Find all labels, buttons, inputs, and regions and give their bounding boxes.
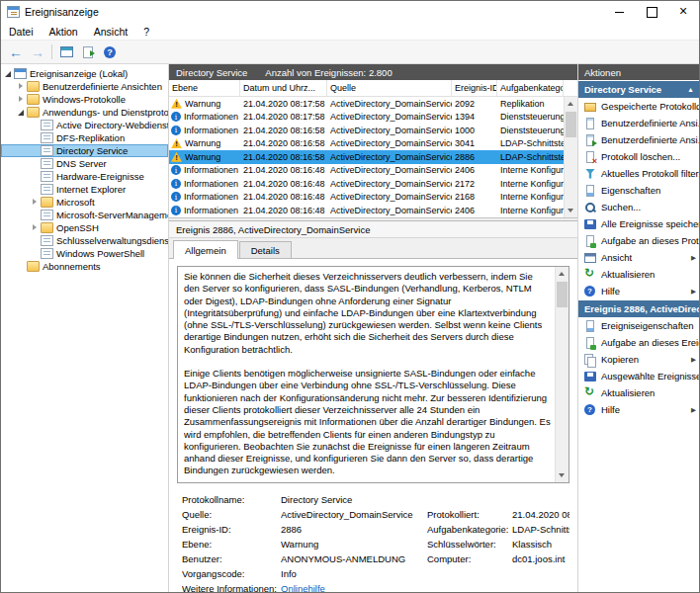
expander-icon[interactable]	[4, 69, 13, 78]
menu-datei[interactable]: Datei	[1, 26, 42, 38]
action-item[interactable]: Benutzerdefinierte Ansi... ▶	[578, 115, 699, 131]
tree-item[interactable]: Anwendungs- und Dienstprotokolle	[1, 106, 168, 119]
action-item[interactable]: Benutzerdefinierte Ansi... ▶	[578, 131, 699, 148]
action-item[interactable]: Aufgabe an dieses Ereig... ▶	[578, 334, 699, 351]
event-row[interactable]: Informationen 21.04.2020 08:16:48 Active…	[169, 191, 564, 205]
tree-item[interactable]: Directory Service	[1, 144, 168, 157]
minimize-button[interactable]	[604, 1, 636, 23]
scroll-up-button[interactable]	[556, 267, 569, 281]
event-row[interactable]: Warnung 21.04.2020 08:17:58 ActiveDirect…	[169, 97, 564, 111]
tree-item-icon	[41, 235, 53, 246]
tree-item[interactable]: Schlüsselverwaltungsdienst	[1, 234, 168, 247]
action-item[interactable]: Gespeicherte Protokolld... ▶	[578, 98, 699, 115]
maximize-button[interactable]	[636, 1, 667, 23]
action-item[interactable]: Hilfe ▶	[578, 401, 699, 418]
action-item[interactable]: Ansicht ▶	[578, 249, 699, 266]
action-item[interactable]: Kopieren ▶	[578, 351, 699, 368]
expander-icon[interactable]	[31, 121, 40, 129]
event-row[interactable]: Warnung 21.04.2020 08:16:58 ActiveDirect…	[169, 150, 564, 164]
tree-item[interactable]: Ereignisanzeige (Lokal)	[1, 67, 168, 80]
tree-item[interactable]: Windows PowerShell	[1, 247, 168, 260]
action-item[interactable]: Ereigniseigenschaften ▶	[578, 317, 699, 334]
menu-aktion[interactable]: Aktion	[42, 26, 86, 38]
expander-icon[interactable]	[31, 159, 40, 168]
help-button[interactable]	[99, 42, 121, 62]
event-date: 21.04.2020 08:16:58	[240, 138, 327, 148]
description-scrollbar[interactable]	[555, 267, 569, 482]
action-item[interactable]: Ausgewählte Ereignisse ... ▶	[578, 368, 699, 384]
scroll-thumb[interactable]	[566, 112, 576, 137]
expander-icon[interactable]	[17, 262, 26, 271]
scroll-down-button[interactable]	[556, 468, 569, 482]
expander-icon[interactable]	[31, 211, 40, 219]
event-row[interactable]: Warnung 21.04.2020 08:16:58 ActiveDirect…	[169, 137, 564, 151]
event-row[interactable]: Informationen 21.04.2020 08:16:58 Active…	[169, 124, 564, 137]
expander-icon[interactable]	[17, 82, 26, 91]
action-item[interactable]: Protokoll löschen... ▶	[578, 148, 699, 165]
tree-item[interactable]: OpenSSH	[1, 221, 168, 234]
menu-ansicht[interactable]: Ansicht	[86, 26, 135, 38]
event-row[interactable]: Informationen 21.04.2020 08:17:58 Active…	[169, 111, 564, 125]
action-item-label: Aufgabe an dieses Prot...	[601, 235, 699, 246]
action-item[interactable]: Aktuelles Protokoll filter... ▶	[578, 165, 699, 182]
actions-section-event-2886[interactable]: Ereignis 2886, ActiveDirector... ▲	[578, 300, 699, 317]
tree-item[interactable]: Microsoft	[1, 196, 168, 209]
expander-icon[interactable]	[31, 172, 40, 181]
column-datum[interactable]: Datum und Uhrz...	[240, 80, 327, 96]
action-item[interactable]: Suchen... ▶	[578, 199, 699, 215]
expander-icon[interactable]	[31, 198, 40, 207]
tree-item[interactable]: Microsoft-ServerManagementExp...	[1, 209, 168, 221]
column-aufgabenkategorie[interactable]: Aufgabenkategorie	[497, 80, 564, 96]
scroll-up-button[interactable]	[565, 97, 577, 111]
action-item[interactable]: Aktualisieren ▶	[578, 266, 699, 283]
action-item[interactable]: Aktualisieren ▶	[578, 384, 699, 401]
tree-item[interactable]: Hardware-Ereignisse	[1, 170, 168, 183]
event-row[interactable]: Informationen 21.04.2020 08:16:48 Active…	[169, 204, 564, 217]
tree-item[interactable]: DFS-Replikation	[1, 131, 168, 144]
scroll-down-button[interactable]	[565, 204, 577, 217]
event-level-icon	[171, 165, 181, 175]
action-item[interactable]: Eigenschaften ▶	[578, 182, 699, 199]
tree-item[interactable]: Internet Explorer	[1, 183, 168, 196]
expander-icon[interactable]	[31, 185, 40, 194]
action-item[interactable]: Hilfe ▶	[578, 283, 699, 299]
action-item[interactable]: Aufgabe an dieses Prot... ▶	[578, 232, 699, 249]
expander-icon[interactable]	[17, 95, 26, 104]
tree-item[interactable]: Abonnements	[1, 260, 168, 273]
event-count: Anzahl von Ereignissen: 2.800	[265, 67, 392, 78]
action-item-icon	[583, 134, 597, 146]
column-ebene[interactable]: Ebene	[169, 80, 240, 96]
collapse-icon[interactable]: ▲	[687, 86, 694, 93]
action-item-icon	[583, 286, 597, 297]
expander-icon[interactable]	[31, 223, 40, 232]
action-item-label: Aktualisieren	[601, 387, 655, 398]
field-value[interactable]: Onlinehilfe	[281, 583, 427, 593]
export-list-button[interactable]	[77, 42, 99, 62]
tree-item[interactable]: Windows-Protokolle	[1, 93, 168, 106]
column-quelle[interactable]: Quelle	[327, 80, 452, 96]
action-item-icon	[583, 235, 597, 247]
tab-details[interactable]: Details	[239, 241, 292, 258]
column-ereignis-id[interactable]: Ereignis-ID	[452, 80, 497, 96]
tree-item[interactable]: DNS Server	[1, 157, 168, 170]
expander-icon[interactable]	[31, 146, 40, 155]
expander-icon[interactable]	[31, 133, 40, 142]
back-button[interactable]	[5, 42, 27, 62]
tab-allgemein[interactable]: Allgemein	[173, 240, 238, 259]
forward-button[interactable]	[27, 42, 48, 62]
action-item[interactable]: Alle Ereignisse speicher... ▶	[578, 215, 699, 232]
expander-icon[interactable]	[17, 108, 26, 117]
console-tree-button[interactable]	[55, 42, 77, 62]
event-list-scrollbar[interactable]	[564, 97, 577, 217]
expander-icon[interactable]	[31, 236, 40, 245]
tree-item[interactable]: Benutzerdefinierte Ansichten	[1, 80, 168, 93]
menu-help[interactable]: ?	[135, 26, 157, 38]
event-row[interactable]: Informationen 21.04.2020 08:16:48 Active…	[169, 177, 564, 191]
event-row[interactable]: Informationen 21.04.2020 08:16:48 Active…	[169, 164, 564, 178]
expander-icon[interactable]	[31, 249, 40, 258]
close-button[interactable]	[667, 1, 699, 23]
event-id: 2168	[452, 192, 497, 202]
tree-item[interactable]: Active Directory-Webdienste	[1, 119, 168, 131]
actions-section-directory-service[interactable]: Directory Service ▲	[578, 81, 699, 98]
scroll-thumb[interactable]	[557, 282, 568, 307]
